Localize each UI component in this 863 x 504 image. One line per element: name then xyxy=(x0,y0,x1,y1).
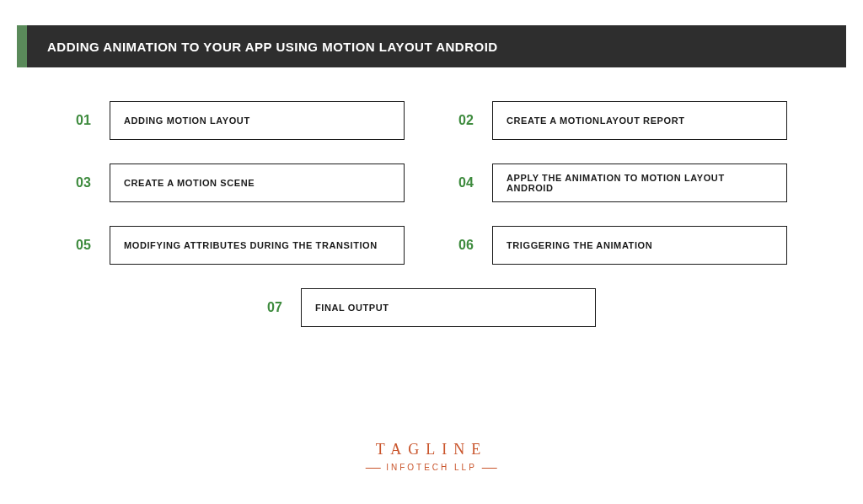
step-number: 06 xyxy=(458,226,492,265)
step-number: 07 xyxy=(267,288,301,327)
step-06: 06 TRIGGERING THE ANIMATION xyxy=(458,226,787,265)
step-label: TRIGGERING THE ANIMATION xyxy=(492,226,787,265)
step-label: CREATE A MOTION SCENE xyxy=(110,164,405,202)
step-label: CREATE A MOTIONLAYOUT REPORT xyxy=(492,101,787,140)
step-number: 01 xyxy=(76,101,110,140)
footer-logo: TAGLINE INFOTECH LLP xyxy=(376,441,488,474)
logo-sub: INFOTECH LLP xyxy=(376,463,487,472)
header-accent xyxy=(17,25,27,67)
step-number: 03 xyxy=(76,164,110,202)
step-label: MODIFYING ATTRIBUTES DURING THE TRANSITI… xyxy=(110,226,405,265)
page-title: ADDING ANIMATION TO YOUR APP USING MOTIO… xyxy=(47,40,498,54)
step-07: 07 FINAL OUTPUT xyxy=(267,288,596,327)
step-03: 03 CREATE A MOTION SCENE xyxy=(76,164,405,202)
step-number: 05 xyxy=(76,226,110,265)
step-label: ADDING MOTION LAYOUT xyxy=(110,101,405,140)
step-label: FINAL OUTPUT xyxy=(301,288,596,327)
step-02: 02 CREATE A MOTIONLAYOUT REPORT xyxy=(458,101,787,140)
step-number: 02 xyxy=(458,101,492,140)
logo-main: TAGLINE xyxy=(376,441,488,458)
step-number: 04 xyxy=(458,164,492,202)
step-04: 04 APPLY THE ANIMATION TO MOTION LAYOUT … xyxy=(458,164,787,202)
step-01: 01 ADDING MOTION LAYOUT xyxy=(76,101,405,140)
header-bar: ADDING ANIMATION TO YOUR APP USING MOTIO… xyxy=(17,25,846,67)
step-05: 05 MODIFYING ATTRIBUTES DURING THE TRANS… xyxy=(76,226,405,265)
header-title-container: ADDING ANIMATION TO YOUR APP USING MOTIO… xyxy=(27,25,846,67)
steps-list: 01 ADDING MOTION LAYOUT 02 CREATE A MOTI… xyxy=(0,101,863,327)
step-label: APPLY THE ANIMATION TO MOTION LAYOUT AND… xyxy=(492,164,787,202)
